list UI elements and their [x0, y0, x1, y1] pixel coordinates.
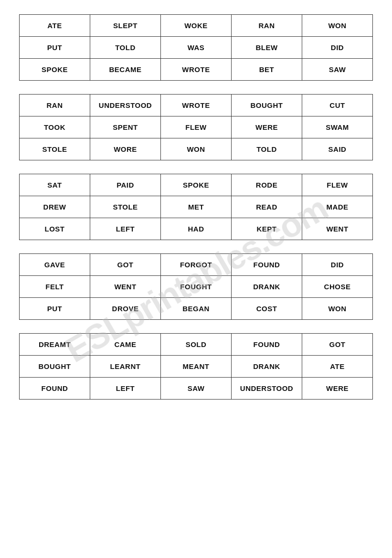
table-cell: BET	[232, 59, 302, 81]
table-row: DREWSTOLEMETREADMADE	[20, 196, 373, 218]
table-cell: DREAMT	[20, 334, 90, 356]
table-cell: TOLD	[90, 37, 161, 59]
table-5: DREAMTCAMESOLDFOUNDGOTBOUGHTLEARNTMEANTD…	[19, 333, 373, 400]
table-cell: PUT	[20, 37, 90, 59]
table-cell: SAW	[161, 378, 232, 400]
table-cell: FOUND	[20, 378, 90, 400]
table-4: GAVEGOTFORGOTFOUNDDIDFELTWENTFOUGHTDRANK…	[19, 253, 373, 320]
table-cell: BECAME	[90, 59, 161, 81]
table-row: TOOKSPENTFLEWWERESWAM	[20, 116, 373, 138]
grid-section-4: GAVEGOTFORGOTFOUNDDIDFELTWENTFOUGHTDRANK…	[19, 253, 373, 320]
table-cell: WON	[302, 15, 373, 37]
table-cell: STOLE	[90, 196, 161, 218]
table-cell: UNDERSTOOD	[90, 95, 161, 116]
table-cell: CUT	[302, 95, 373, 116]
table-cell: DROVE	[90, 298, 161, 320]
table-cell: DREW	[20, 196, 90, 218]
table-cell: SAID	[302, 138, 373, 160]
table-cell: LEARNT	[90, 356, 161, 378]
table-cell: KEPT	[232, 218, 302, 240]
table-2: RANUNDERSTOODWROTEBOUGHTCUTTOOKSPENTFLEW…	[19, 94, 373, 160]
table-cell: SAT	[20, 174, 90, 196]
table-cell: SOLD	[161, 334, 232, 356]
table-cell: WORE	[90, 138, 161, 160]
table-row: GAVEGOTFORGOTFOUNDDID	[20, 254, 373, 276]
table-cell: PAID	[90, 174, 161, 196]
table-cell: GOT	[302, 334, 373, 356]
table-cell: GOT	[90, 254, 161, 276]
table-cell: COST	[232, 298, 302, 320]
table-cell: FOUND	[232, 254, 302, 276]
table-cell: UNDERSTOOD	[232, 378, 302, 400]
table-cell: STOLE	[20, 138, 90, 160]
table-row: FOUNDLEFTSAWUNDERSTOODWERE	[20, 378, 373, 400]
table-cell: GAVE	[20, 254, 90, 276]
table-cell: WROTE	[161, 59, 232, 81]
grid-section-3: SATPAIDSPOKERODEFLEWDREWSTOLEMETREADMADE…	[19, 174, 373, 240]
table-row: RANUNDERSTOODWROTEBOUGHTCUT	[20, 95, 373, 116]
table-cell: TOOK	[20, 116, 90, 138]
table-cell: BOUGHT	[20, 356, 90, 378]
table-row: PUTDROVEBEGANCOSTWON	[20, 298, 373, 320]
table-cell: LEFT	[90, 218, 161, 240]
table-cell: DID	[302, 254, 373, 276]
table-cell: ATE	[302, 356, 373, 378]
table-cell: MEANT	[161, 356, 232, 378]
table-cell: BOUGHT	[232, 95, 302, 116]
table-row: DREAMTCAMESOLDFOUNDGOT	[20, 334, 373, 356]
table-cell: SPOKE	[161, 174, 232, 196]
table-cell: ATE	[20, 15, 90, 37]
table-cell: HAD	[161, 218, 232, 240]
table-row: BOUGHTLEARNTMEANTDRANKATE	[20, 356, 373, 378]
table-cell: SWAM	[302, 116, 373, 138]
table-cell: SAW	[302, 59, 373, 81]
table-cell: WON	[302, 298, 373, 320]
table-cell: SLEPT	[90, 15, 161, 37]
table-cell: BEGAN	[161, 298, 232, 320]
table-cell: WENT	[90, 276, 161, 298]
table-cell: MADE	[302, 196, 373, 218]
table-cell: LEFT	[90, 378, 161, 400]
table-cell: WROTE	[161, 95, 232, 116]
table-cell: SPENT	[90, 116, 161, 138]
table-cell: RODE	[232, 174, 302, 196]
table-cell: WENT	[302, 218, 373, 240]
table-cell: LOST	[20, 218, 90, 240]
table-1: ATESLEPTWOKERANWONPUTTOLDWASBLEWDIDSPOKE…	[19, 14, 373, 81]
table-cell: WOKE	[161, 15, 232, 37]
table-cell: WAS	[161, 37, 232, 59]
table-cell: MET	[161, 196, 232, 218]
table-cell: BLEW	[232, 37, 302, 59]
table-row: STOLEWOREWONTOLDSAID	[20, 138, 373, 160]
table-cell: WERE	[302, 378, 373, 400]
grid-section-5: DREAMTCAMESOLDFOUNDGOTBOUGHTLEARNTMEANTD…	[19, 333, 373, 400]
table-cell: WERE	[232, 116, 302, 138]
table-cell: FLEW	[161, 116, 232, 138]
table-cell: FELT	[20, 276, 90, 298]
grid-section-1: ATESLEPTWOKERANWONPUTTOLDWASBLEWDIDSPOKE…	[19, 14, 373, 81]
table-cell: TOLD	[232, 138, 302, 160]
table-row: SPOKEBECAMEWROTEBETSAW	[20, 59, 373, 81]
table-cell: DRANK	[232, 276, 302, 298]
table-cell: DRANK	[232, 356, 302, 378]
table-cell: SPOKE	[20, 59, 90, 81]
table-cell: CHOSE	[302, 276, 373, 298]
table-cell: FOUND	[232, 334, 302, 356]
grid-section-2: RANUNDERSTOODWROTEBOUGHTCUTTOOKSPENTFLEW…	[19, 94, 373, 160]
table-row: SATPAIDSPOKERODEFLEW	[20, 174, 373, 196]
table-row: ATESLEPTWOKERANWON	[20, 15, 373, 37]
table-cell: FLEW	[302, 174, 373, 196]
table-cell: CAME	[90, 334, 161, 356]
table-cell: WON	[161, 138, 232, 160]
table-row: LOSTLEFTHADKEPTWENT	[20, 218, 373, 240]
table-cell: FORGOT	[161, 254, 232, 276]
table-3: SATPAIDSPOKERODEFLEWDREWSTOLEMETREADMADE…	[19, 174, 373, 240]
table-row: FELTWENTFOUGHTDRANKCHOSE	[20, 276, 373, 298]
table-cell: READ	[232, 196, 302, 218]
table-cell: FOUGHT	[161, 276, 232, 298]
table-cell: RAN	[20, 95, 90, 116]
table-row: PUTTOLDWASBLEWDID	[20, 37, 373, 59]
table-cell: DID	[302, 37, 373, 59]
table-cell: PUT	[20, 298, 90, 320]
table-cell: RAN	[232, 15, 302, 37]
